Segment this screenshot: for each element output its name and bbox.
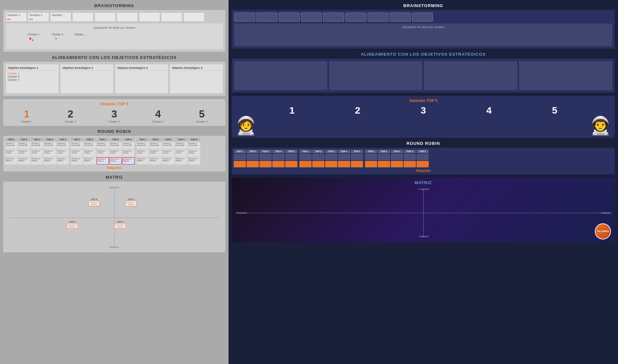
rr-r2-c1: Número 2Crítica (5, 150, 17, 157)
rr-group-header-3: TOP 1 TOP 2 TOP 3 TOP 4 TOP 5 (136, 138, 200, 141)
rp-r2-c4 (272, 161, 285, 167)
rr-r3-c1: Número 3Mejora (5, 157, 17, 164)
rp-name-4[interactable] (301, 13, 322, 22)
cluster2-dot (55, 38, 57, 40)
rr-h-t1: TOP 1 (5, 138, 17, 141)
cluster1-label: Cluster 1 (28, 33, 39, 36)
rp-r1-g3-c4 (404, 154, 416, 160)
vote-item-4: 4 Cluster X (137, 108, 179, 123)
rr-r2-c3: Número 2Crítica (31, 150, 43, 157)
rr-r3-g3-c3: Número 3Mejora (162, 157, 174, 164)
left-alignment-box: Objetivo Estratégico 1 Cluster 1 Cluster… (3, 62, 225, 96)
rp-r1-g3-c3 (391, 154, 403, 160)
cluster3-label: Cluster ... (74, 33, 87, 36)
right-rr-headers: TOP 1 TOP 2 TOP 3 TOP 4 TOP 5 TOP 1 TOP … (234, 150, 613, 153)
rr-r3-g2-c1: Número 3Mejora (71, 157, 83, 164)
rr-r1-g2-c1: Número 1Desarrolla (71, 142, 83, 149)
rr-headers: TOP 1 TOP 2 TOP 3 TOP 4 TOP 5 TOP 1 TOP … (5, 138, 223, 141)
rp-name-6[interactable] (345, 13, 366, 22)
name-cell-7[interactable] (139, 13, 160, 22)
rr-row3-g1: Número 3Mejora Número 3Mejora Número 3Me… (5, 157, 69, 164)
rr-r3-c2: Número 3Mejora (18, 157, 30, 164)
left-matrix-title: MATRIZ (3, 175, 225, 180)
rr-row-2: Número 2Crítica Número 2Crítica Número 2… (5, 150, 223, 157)
rr-h2-t1: TOP 1 (71, 138, 83, 141)
rp-r1-g2-c2 (312, 154, 324, 160)
left-rr-box: TOP 1 TOP 2 TOP 3 TOP 4 TOP 5 TOP 1 TOP … (3, 136, 225, 172)
rp-r2-c2 (247, 161, 259, 167)
left-voting-title: Votación TOP 5 (6, 102, 223, 106)
vote-num-5: 5 (181, 108, 223, 120)
rp-row2-g3 (365, 161, 429, 167)
rp-vote-num-1: 1 (260, 105, 324, 116)
rp-name-2[interactable] (257, 13, 277, 22)
name-cell-6[interactable] (117, 13, 138, 22)
vote-item-2: 2 Cluster 7 (50, 108, 91, 123)
rr-h2-t5: TOP 5 (122, 138, 135, 141)
vote-num-4: 4 (137, 108, 179, 120)
cluster1-dot (29, 38, 31, 40)
rp-rr3-h4: TOP 4 (404, 150, 416, 153)
obj-title-3: Objetivo Estratégico 3 (117, 66, 166, 70)
rp-rr-h2: TOP 2 (247, 150, 259, 153)
rp-row1-g2 (299, 154, 363, 160)
left-matrix-box: Esfuerzo Impacto TOP 6 Nombre 1Mejora TO… (3, 182, 225, 252)
objective-box-4: Objetivo Estratégico X (170, 64, 223, 93)
name-cell-2[interactable]: Nombre 2 (28, 13, 49, 22)
rr-r2-g3-c5: Número 2Crítica (188, 150, 200, 157)
name-cell-5[interactable] (95, 13, 116, 22)
rp-r1-c4 (272, 154, 285, 160)
rp-r1-g2-c1 (299, 154, 312, 160)
name-cell-3[interactable]: Nombre ... (50, 13, 71, 22)
obj-title-2: Objetivo Estratégico 2 (62, 66, 111, 70)
rp-r2-c3 (259, 161, 272, 167)
obj-cluster-2: Cluster 6 (8, 75, 57, 78)
rr-row-3: Número 3Mejora Número 3Mejora Número 3Me… (5, 157, 223, 164)
rp-r1-c1 (234, 154, 246, 160)
rr-r1-g2-c2: Número 1Desarrolla (84, 142, 96, 149)
rp-name-5[interactable] (323, 13, 344, 22)
rp-r2-g2-c4 (338, 161, 350, 167)
rp-name-9[interactable] (412, 13, 433, 22)
rr-r3-g3-c5: Número 3Mejora (188, 157, 200, 164)
rp-vote-num-2: 2 (326, 105, 389, 116)
top5-box: Nombre 1Mejora (125, 201, 137, 206)
name-cell-4[interactable] (72, 13, 93, 22)
rp-rr2-h5: TOP 5 (351, 150, 363, 153)
obj-cluster-highlight-1: Cluster 1 (8, 72, 57, 75)
rp-axis-plus-impacto: + Impacto (417, 188, 429, 191)
right-brainstorming-names (234, 13, 612, 22)
rr-r1-g3-c1: Número 1Desarrolla (136, 142, 149, 149)
name-cell-1[interactable]: Nombre 1 (6, 13, 27, 22)
right-clusters-area: Agrupación de ideas por clusters (234, 23, 612, 46)
matrix-point-top2: TOP 2 Nombre 1Mejora (67, 221, 78, 229)
rp-name-8[interactable] (390, 13, 411, 22)
rp-r1-g2-c4 (338, 154, 350, 160)
rr-r2-g2-c2: Número 2Crítica (84, 150, 96, 157)
rr-row3-g2: Número 3Mejora Número 3Mejora Número 3Me… (71, 157, 135, 164)
rr-r3-c3: Número 3Mejora (31, 157, 43, 164)
matrix-h-axis (9, 218, 220, 218)
rp-rr3-h1: TOP 1 (365, 150, 377, 153)
rp-name-3[interactable] (279, 13, 300, 22)
name-cell-8[interactable] (161, 13, 182, 22)
rr-h2-t4: TOP 4 (109, 138, 122, 141)
rr-h-t2: TOP 2 (18, 138, 30, 141)
name-cell-9[interactable] (183, 13, 204, 22)
rp-obj-2 (329, 61, 422, 90)
rp-rr2-h2: TOP 2 (312, 150, 324, 153)
rp-rr2-h1: TOP 1 (299, 150, 312, 153)
right-clusters-title: Agrupación de ideas por clusters (236, 25, 610, 29)
rr-r1-c4: Número 1Desarrolla (44, 142, 56, 149)
clusters-area: Agrupación de ideas por clusters Cluster… (6, 23, 223, 49)
rp-rr3-h3: TOP 3 (391, 150, 403, 153)
rr-r1-g3-c4: Número 1Desarrolla (175, 142, 187, 149)
top4-box: Nombre 1Mejora (114, 223, 126, 229)
rp-name-7[interactable] (368, 13, 389, 22)
rr-r1-g2-c3: Número 1Desarrolla (97, 142, 109, 149)
rp-axis-plus-esfuerzo: + Esfuerzo (599, 211, 612, 214)
dot-pink-2 (9, 19, 11, 20)
rr-r3-g2-c3-highlight: Número 3Mejora (97, 157, 109, 164)
vote-num-1: 1 (6, 108, 48, 120)
rp-name-1[interactable] (234, 13, 255, 22)
